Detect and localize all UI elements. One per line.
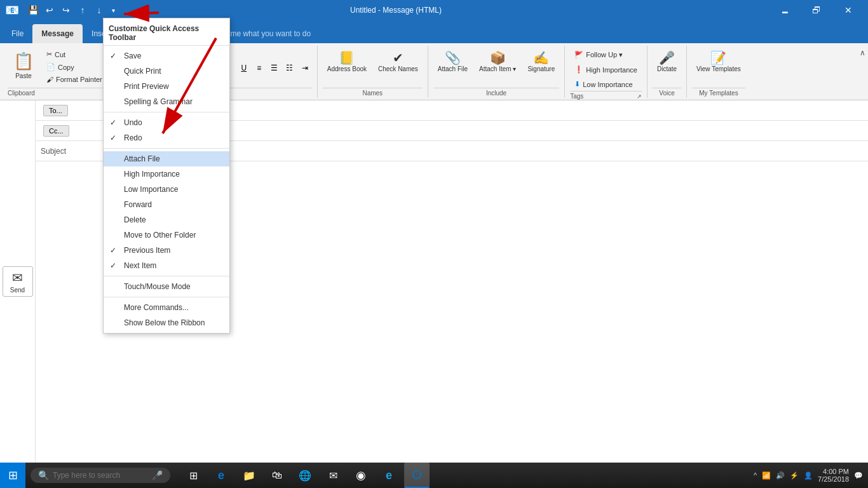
start-btn[interactable]: ⊞ — [0, 463, 25, 488]
font-underline-btn[interactable]: U — [237, 61, 251, 75]
ribbon-group-tags: 🚩 Follow Up ▾ ❗ High Importance ⬇ Low Im… — [565, 46, 648, 98]
prev-item-check: ✓ — [110, 246, 116, 255]
edge-icon[interactable]: e — [208, 463, 234, 488]
restore-btn[interactable]: 🗗 — [802, 0, 831, 20]
menu-divider-2 — [104, 148, 229, 149]
include-items: 📎 Attach File 📦 Attach Item ▾ ✍ Signatur… — [433, 48, 559, 88]
menu-item-undo[interactable]: ✓ Undo — [104, 115, 229, 130]
tray-people-icon: 👤 — [804, 471, 813, 480]
view-templates-btn[interactable]: 📝 View Templates — [692, 48, 745, 76]
menu-item-next-item[interactable]: ✓ Next Item — [104, 258, 229, 273]
menu-item-move-folder[interactable]: Move to Other Folder — [104, 227, 229, 243]
tab-message[interactable]: Message — [32, 24, 83, 43]
low-importance-btn[interactable]: ⬇ Low Importance — [570, 78, 637, 91]
attach-item-label: Attach Item ▾ — [479, 65, 516, 73]
format-painter-label: Format Painter — [56, 76, 102, 83]
menu-item-forward[interactable]: Forward — [104, 197, 229, 212]
menu-item-quick-print[interactable]: Quick Print — [104, 64, 229, 79]
mic-icon: 🎤 — [152, 470, 163, 480]
ribbon-group-templates: 📝 View Templates My Templates — [687, 46, 750, 98]
send-icon: ✉ — [12, 270, 23, 285]
menu-item-prev-item[interactable]: ✓ Previous Item — [104, 243, 229, 258]
signature-btn[interactable]: ✍ Signature — [523, 48, 559, 76]
menu-divider-1 — [104, 112, 229, 112]
qat-save-btn[interactable]: 💾 — [25, 3, 41, 18]
names-group-label: Names — [323, 88, 423, 98]
format-painter-icon: 🖌 — [46, 76, 53, 83]
store-btn[interactable]: 🛍 — [264, 463, 290, 488]
templates-group-label: My Templates — [692, 88, 745, 98]
menu-item-more-commands[interactable]: More Commands... — [104, 300, 229, 315]
menu-item-high-importance[interactable]: High Importance — [104, 166, 229, 182]
check-names-label: Check Names — [378, 65, 418, 73]
menu-item-low-importance[interactable]: Low Importance — [104, 182, 229, 197]
menu-item-attach-file[interactable]: Attach File — [104, 151, 229, 166]
close-btn[interactable]: ✕ — [834, 0, 863, 20]
notifications-icon[interactable]: 💬 — [854, 471, 863, 480]
menu-item-save[interactable]: ✓ Save — [104, 48, 229, 64]
mail-btn[interactable]: ✉ — [320, 463, 346, 488]
taskbar-search[interactable]: 🔍 🎤 — [31, 468, 170, 483]
include-group-label: Include — [433, 88, 559, 98]
tab-file[interactable]: File — [3, 24, 32, 43]
high-importance-icon: ❗ — [574, 65, 583, 74]
clock-time: 4:00 PM — [818, 468, 849, 475]
indent-btn[interactable]: ⇥ — [298, 61, 312, 75]
send-button[interactable]: ✉ Send — [3, 266, 33, 297]
task-view-btn[interactable]: ⊞ — [180, 463, 206, 488]
minimize-btn[interactable]: 🗕 — [770, 0, 799, 20]
align-left-btn[interactable]: ≡ — [252, 61, 266, 75]
chrome-btn[interactable]: ◉ — [348, 463, 374, 488]
cut-btn[interactable]: ✂ Cut — [42, 48, 107, 60]
ribbon-collapse-btn[interactable]: ∧ — [860, 48, 865, 57]
search-icon: 🔍 — [38, 470, 49, 480]
menu-item-delete[interactable]: Delete — [104, 212, 229, 227]
menu-item-show-below[interactable]: Show Below the Ribbon — [104, 315, 229, 330]
qat-dropdown-btn[interactable]: ▾ — [108, 3, 118, 18]
high-importance-label: High Importance — [586, 66, 637, 74]
copy-icon: 📄 — [46, 63, 55, 71]
ribbon-group-voice: 🎤 Dictate Voice — [648, 46, 687, 98]
file-explorer-btn[interactable]: 📁 — [236, 463, 262, 488]
send-area: ✉ Send — [0, 100, 36, 463]
copy-btn[interactable]: 📄 Copy — [42, 61, 107, 73]
bullet-list-btn[interactable]: ☷ — [283, 61, 297, 75]
search-input[interactable] — [53, 471, 148, 480]
window-controls: 🗕 🗗 ✕ — [770, 0, 863, 20]
cut-label: Cut — [55, 51, 65, 58]
format-painter-btn[interactable]: 🖌 Format Painter — [42, 74, 107, 85]
follow-up-btn[interactable]: 🚩 Follow Up ▾ — [570, 48, 627, 62]
high-importance-btn[interactable]: ❗ High Importance — [570, 63, 642, 76]
menu-item-spelling[interactable]: Spelling & Grammar — [104, 94, 229, 109]
ie-btn[interactable]: e — [376, 463, 402, 488]
qat-undo-btn[interactable]: ↩ — [42, 3, 57, 18]
to-btn[interactable]: To... — [43, 105, 68, 116]
browser2-btn[interactable]: 🌐 — [292, 463, 318, 488]
low-importance-icon: ⬇ — [574, 80, 580, 88]
outlook-btn[interactable]: O — [404, 463, 430, 488]
menu-divider-4 — [104, 297, 229, 297]
dictate-btn[interactable]: 🎤 Dictate — [653, 48, 681, 76]
menu-item-touch-mode[interactable]: Touch/Mouse Mode — [104, 279, 229, 294]
menu-item-redo[interactable]: ✓ Redo — [104, 130, 229, 146]
clipboard-group-label: Clipboard — [8, 88, 107, 98]
address-book-btn[interactable]: 📒 Address Book — [323, 48, 371, 76]
paste-btn[interactable]: 📋 Paste — [8, 48, 39, 83]
tags-items: 🚩 Follow Up ▾ ❗ High Importance ⬇ Low Im… — [570, 48, 642, 91]
address-book-label: Address Book — [327, 65, 367, 73]
align-center-btn[interactable]: ☰ — [268, 61, 281, 75]
cc-btn[interactable]: Cc... — [43, 125, 69, 137]
attach-item-btn[interactable]: 📦 Attach Item ▾ — [475, 48, 520, 76]
cut-icon: ✂ — [46, 50, 52, 58]
check-names-btn[interactable]: ✔ Check Names — [374, 48, 423, 76]
tray-chevron-icon[interactable]: ^ — [754, 471, 757, 479]
attach-file-btn[interactable]: 📎 Attach File — [433, 48, 472, 76]
tags-expand-icon[interactable]: ↗ — [637, 93, 642, 100]
qat-next-btn[interactable]: ↓ — [92, 3, 107, 18]
qat-redo-btn[interactable]: ↪ — [58, 3, 74, 18]
qat-prev-btn[interactable]: ↑ — [75, 3, 90, 18]
clipboard-stack: ✂ Cut 📄 Copy 🖌 Format Painter — [42, 48, 107, 85]
taskbar-clock[interactable]: 4:00 PM 7/25/2018 — [818, 468, 849, 483]
menu-item-print-preview[interactable]: Print Preview — [104, 79, 229, 94]
templates-items: 📝 View Templates — [692, 48, 745, 88]
